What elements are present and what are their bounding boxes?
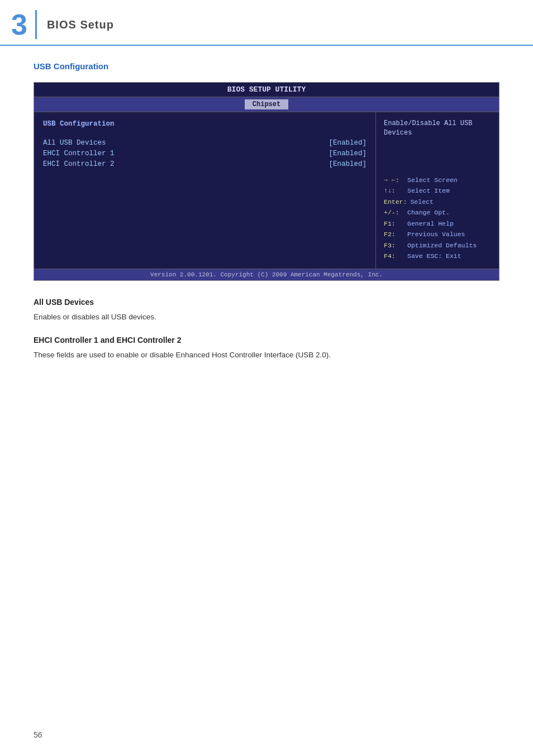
- bios-keys: → ←: Select Screen ↑↓: Select Item Enter…: [384, 175, 491, 262]
- key-desc-f1: General Help: [407, 218, 454, 229]
- doc-heading-all-usb: All USB Devices: [34, 298, 499, 307]
- key-row-f2: F2: Previous Values: [384, 229, 491, 240]
- bios-body: USB Configuration All USB Devices [Enabl…: [34, 112, 499, 269]
- key-row-select-item: ↑↓: Select Item: [384, 185, 491, 197]
- key-desc-select-item: Select Item: [407, 185, 450, 197]
- key-row-f3: F3: Optimized Defaults: [384, 240, 491, 251]
- bios-value-ehci1: [Enabled]: [329, 150, 367, 157]
- key-desc-select-screen: Select Screen: [407, 175, 458, 186]
- bios-setup-label: BIOS Setup: [47, 18, 114, 31]
- key-name-enter: Enter:: [384, 197, 407, 208]
- key-desc-f2: Previous Values: [407, 229, 465, 240]
- chapter-number: 3: [11, 10, 37, 39]
- section-title: USB Configuration: [34, 61, 499, 71]
- bios-menu-row-all-usb[interactable]: All USB Devices [Enabled]: [43, 139, 367, 147]
- bios-right-panel: Enable/Disable All USB Devices → ←: Sele…: [376, 112, 499, 269]
- key-desc-plusminus: Change Opt.: [407, 207, 450, 218]
- bios-tab-bar: Chipset: [34, 97, 499, 112]
- key-name-f4: F4:: [384, 251, 404, 262]
- bios-label-ehci2: EHCI Controller 2: [43, 160, 115, 168]
- doc-text-all-usb: Enables or disables all USB devices.: [34, 311, 499, 323]
- doc-section-all-usb: All USB Devices Enables or disables all …: [34, 298, 499, 323]
- bios-value-ehci2: [Enabled]: [329, 160, 367, 168]
- bios-label-ehci1: EHCI Controller 1: [43, 150, 115, 157]
- key-name-f3: F3:: [384, 240, 404, 251]
- bios-label-all-usb: All USB Devices: [43, 139, 106, 147]
- key-row-select-screen: → ←: Select Screen: [384, 175, 491, 186]
- bios-value-all-usb: [Enabled]: [329, 139, 367, 147]
- key-name-updown: ↑↓:: [384, 185, 404, 197]
- page-number: 56: [34, 730, 42, 739]
- key-name-f1: F1:: [384, 218, 404, 229]
- key-desc-enter: Select: [410, 197, 433, 208]
- bios-footer: Version 2.00.1201. Copyright (C) 2009 Am…: [34, 269, 499, 280]
- key-name-arrows: → ←:: [384, 175, 404, 186]
- bios-left-panel: USB Configuration All USB Devices [Enabl…: [34, 112, 376, 269]
- page-header: 3 BIOS Setup: [0, 0, 533, 46]
- bios-help-text: Enable/Disable All USB Devices: [384, 119, 491, 138]
- key-name-f2: F2:: [384, 229, 404, 240]
- bios-menu-row-ehci2[interactable]: EHCI Controller 2 [Enabled]: [43, 160, 367, 168]
- key-name-plusminus: +/-:: [384, 207, 404, 218]
- key-desc-f4: Save ESC: Exit: [407, 251, 461, 262]
- key-row-plusminus: +/-: Change Opt.: [384, 207, 491, 218]
- bios-menu-row-ehci1[interactable]: EHCI Controller 1 [Enabled]: [43, 150, 367, 157]
- main-content: USB Configuration BIOS SETUP UTILITY Chi…: [0, 46, 533, 395]
- key-row-f4: F4: Save ESC: Exit: [384, 251, 491, 262]
- doc-section-ehci: EHCI Controller 1 and EHCI Controller 2 …: [34, 336, 499, 361]
- key-row-enter: Enter: Select: [384, 197, 491, 208]
- bios-menu-item-usb-config[interactable]: USB Configuration: [43, 120, 367, 128]
- bios-tab-chipset[interactable]: Chipset: [245, 99, 288, 109]
- bios-utility-box: BIOS SETUP UTILITY Chipset USB Configura…: [34, 82, 499, 281]
- doc-heading-ehci: EHCI Controller 1 and EHCI Controller 2: [34, 336, 499, 344]
- key-desc-f3: Optimized Defaults: [407, 240, 477, 251]
- bios-title-bar: BIOS SETUP UTILITY: [34, 83, 499, 97]
- doc-text-ehci: These fields are used to enable or disab…: [34, 349, 499, 361]
- key-row-f1: F1: General Help: [384, 218, 491, 229]
